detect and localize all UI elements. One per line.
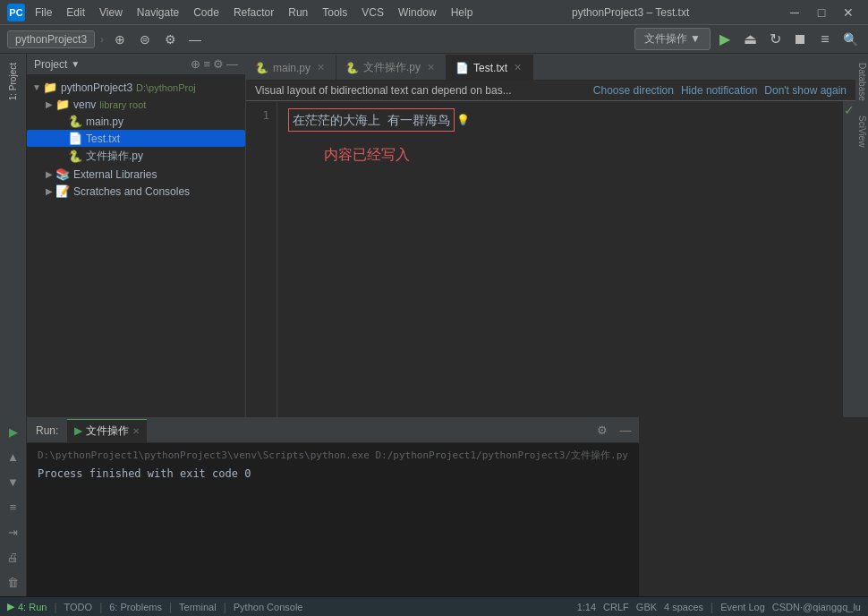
- bottom-indent-icon[interactable]: ⇥: [3, 521, 24, 543]
- run-stop-button[interactable]: ⏹: [789, 29, 811, 50]
- run-build-button[interactable]: ⏏: [739, 29, 761, 50]
- menu-window[interactable]: Window: [392, 4, 443, 21]
- tree-arrow-scratches: ▶: [43, 186, 55, 196]
- statusbar-indent[interactable]: 4 spaces: [664, 602, 703, 612]
- tab-mainpy[interactable]: 🐍 main.py ✕: [246, 55, 336, 80]
- run-rerun-button[interactable]: ↻: [764, 29, 786, 50]
- toolbar-search-button[interactable]: 🔍: [839, 29, 861, 50]
- tab-close-testtxt[interactable]: ✕: [512, 61, 523, 74]
- panel-collapse-icon[interactable]: —: [226, 57, 238, 71]
- toolbar-add-btn[interactable]: ⊕: [109, 29, 131, 50]
- app-logo: PC: [7, 4, 25, 21]
- toolbar-collapse-btn[interactable]: —: [184, 29, 206, 50]
- bottom-tab-close-fileop[interactable]: ✕: [132, 426, 140, 436]
- editor-text-area[interactable]: 在茫茫的大海上 有一群海鸟 💡 内容已经写入: [277, 101, 843, 417]
- tree-item-scratches[interactable]: ▶ 📝 Scratches and Consoles: [27, 183, 245, 200]
- statusbar-sep4: |: [224, 601, 226, 613]
- toolbar-settings-btn[interactable]: ⚙: [159, 29, 181, 50]
- statusbar-cursor-pos[interactable]: 1:14: [577, 602, 596, 612]
- menu-edit[interactable]: Edit: [60, 4, 91, 21]
- statusbar-problems[interactable]: 6: Problems: [109, 602, 162, 612]
- tree-label-mainpy: main.py: [86, 116, 123, 128]
- tab-label-fileop: 文件操作.py: [363, 60, 421, 75]
- tab-icon-mainpy: 🐍: [255, 62, 268, 74]
- tab-fileop[interactable]: 🐍 文件操作.py ✕: [336, 55, 447, 80]
- bottom-minimize-icon[interactable]: —: [616, 421, 635, 441]
- statusbar-todo[interactable]: TODO: [64, 602, 93, 612]
- bottom-tab-fileop[interactable]: ▶ 文件操作 ✕: [67, 419, 147, 442]
- bottom-print-icon[interactable]: 🖨: [3, 546, 24, 568]
- bottom-wrap-icon[interactable]: ≡: [3, 496, 24, 518]
- menu-run[interactable]: Run: [282, 4, 314, 21]
- editor-checkmark-icon: ✓: [844, 103, 855, 117]
- notification-hide[interactable]: Hide notification: [681, 84, 757, 97]
- bottom-up-icon[interactable]: ▲: [3, 446, 24, 467]
- menu-tools[interactable]: Tools: [316, 4, 353, 21]
- tree-item-extlibs[interactable]: ▶ 📚 External Libraries: [27, 166, 245, 183]
- close-button[interactable]: ✕: [836, 3, 861, 22]
- bottom-run-icon[interactable]: ▶: [3, 421, 24, 442]
- tree-item-root[interactable]: ▼ 📁 pythonProject3 D:\pythonProj: [27, 79, 245, 96]
- restore-button[interactable]: □: [809, 3, 834, 22]
- bottom-settings-icon[interactable]: ⚙: [592, 421, 612, 441]
- statusbar-python-console[interactable]: Python Console: [234, 602, 303, 612]
- tree-item-venv[interactable]: ▶ 📁 venv library root: [27, 96, 245, 113]
- tab-icon-testtxt: 📄: [455, 62, 469, 74]
- menu-vcs[interactable]: VCS: [355, 4, 390, 21]
- tree-label-root: pythonProject3: [61, 81, 132, 94]
- tree-label-extlibs: External Libraries: [73, 168, 157, 181]
- notification-dont-show-again[interactable]: Don't show again: [764, 84, 847, 97]
- bottom-panel-icons: ⚙ —: [592, 421, 635, 441]
- menu-navigate[interactable]: Navigate: [131, 4, 185, 21]
- project-panel-title: Project: [34, 58, 67, 71]
- main-workspace: 1: Project Project ▼ ⊕ ≡ ⚙ — ▼ 📁 pyt: [0, 54, 868, 417]
- tree-label-fileop: 文件操作.py: [86, 149, 143, 164]
- panel-add-icon[interactable]: ⊕: [191, 57, 200, 71]
- notification-bar: Visual layout of bidirectional text can …: [246, 81, 855, 101]
- titlebar: PC File Edit View Navigate Code Refactor…: [0, 0, 868, 25]
- project-panel-arrow[interactable]: ▼: [71, 59, 80, 69]
- notification-choose-direction[interactable]: Choose direction: [593, 84, 674, 97]
- menu-bar: File Edit View Navigate Code Refactor Ru…: [29, 4, 479, 21]
- tree-item-testtxt[interactable]: 📄 Test.txt: [27, 130, 245, 147]
- menu-code[interactable]: Code: [187, 4, 226, 21]
- statusbar-encoding[interactable]: GBK: [636, 602, 657, 612]
- tab-testtxt[interactable]: 📄 Test.txt ✕: [447, 55, 533, 80]
- right-strip-sciview[interactable]: SciView: [856, 110, 868, 152]
- project-breadcrumb[interactable]: pythonProject3: [7, 30, 95, 48]
- tree-item-fileop[interactable]: 🐍 文件操作.py: [27, 147, 245, 166]
- minimize-button[interactable]: ─: [782, 3, 807, 22]
- lightbulb-icon[interactable]: 💡: [456, 110, 470, 130]
- breadcrumb-sep: ›: [100, 33, 104, 46]
- editor-content: 1 在茫茫的大海上 有一群海鸟 💡 内容已经写入 ✓: [246, 101, 855, 417]
- statusbar-run[interactable]: ▶ 4: Run: [7, 601, 47, 612]
- folder-icon-scratches: 📝: [55, 184, 70, 198]
- menu-help[interactable]: Help: [445, 4, 480, 21]
- bottom-down-icon[interactable]: ▼: [3, 471, 24, 492]
- tab-label-mainpy: main.py: [273, 62, 311, 74]
- statusbar-event-log[interactable]: Event Log: [720, 602, 765, 612]
- sidebar-label-project[interactable]: 1: Project: [6, 57, 20, 106]
- run-menu-button[interactable]: ≡: [814, 29, 836, 50]
- statusbar-line-ending[interactable]: CRLF: [603, 602, 629, 612]
- menu-view[interactable]: View: [93, 4, 129, 21]
- tree-item-mainpy[interactable]: 🐍 main.py: [27, 113, 245, 130]
- file-operation-button[interactable]: 文件操作 ▼: [634, 28, 711, 50]
- right-strip-database[interactable]: Database: [856, 57, 868, 107]
- panel-list-icon[interactable]: ≡: [203, 57, 210, 71]
- bottom-clear-icon[interactable]: 🗑: [3, 571, 24, 593]
- statusbar-sep2: |: [99, 601, 102, 613]
- tab-close-fileop[interactable]: ✕: [425, 61, 437, 74]
- tab-close-mainpy[interactable]: ✕: [315, 61, 327, 74]
- tab-label-testtxt: Test.txt: [473, 62, 507, 74]
- statusbar-terminal[interactable]: Terminal: [179, 602, 217, 612]
- bottom-left-strip: ▶ ▲ ▼ ≡ ⇥ 🖨 🗑: [0, 417, 27, 596]
- menu-file[interactable]: File: [29, 4, 58, 21]
- panel-settings-icon[interactable]: ⚙: [213, 57, 224, 71]
- menu-refactor[interactable]: Refactor: [227, 4, 280, 21]
- tree-arrow-testtxt: [55, 133, 68, 143]
- toolbar-sync-btn[interactable]: ⊜: [134, 29, 156, 50]
- editor-tabs: 🐍 main.py ✕ 🐍 文件操作.py ✕ 📄 Test.txt ✕: [246, 54, 855, 81]
- statusbar-csdn[interactable]: CSDN·@qianggq_lu: [772, 602, 861, 612]
- run-play-button[interactable]: ▶: [714, 29, 736, 50]
